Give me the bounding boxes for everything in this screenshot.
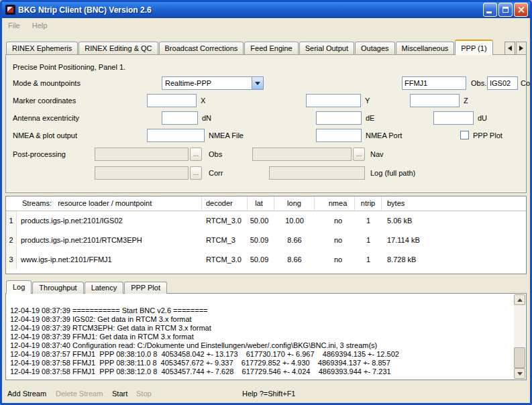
cell-ntrip: 1: [355, 250, 382, 270]
nmea-file-input[interactable]: [147, 129, 205, 142]
menu-file[interactable]: File: [2, 20, 26, 31]
post-corr-input: [95, 166, 189, 180]
ppp-plot-label: PPP Plot: [473, 129, 502, 142]
cell-lat: 50.00: [244, 211, 274, 231]
titlebar[interactable]: BKG Ntrip Client (BNC) Version 2.6: [1, 1, 531, 18]
marker-x-label: X: [201, 94, 205, 107]
tab-serial-output[interactable]: Serial Output: [299, 42, 354, 55]
header-nmea[interactable]: nmea: [321, 196, 355, 211]
cell-nmea: no: [321, 231, 355, 250]
header-ntrip[interactable]: ntrip: [355, 196, 382, 211]
tab-rinex-ephemeris[interactable]: RINEX Ephemeris: [6, 42, 78, 55]
tab-scroll-left-button[interactable]: [504, 42, 515, 55]
log-output[interactable]: 12-04-19 08:37:39 =========== Start BNC …: [6, 294, 514, 380]
header-mountpoint[interactable]: Streams: resource loader / mountpoint: [17, 196, 202, 211]
add-stream-button[interactable]: Add Stream: [7, 387, 46, 400]
cell-long: 8.66: [274, 250, 315, 270]
obs-mountpoint-input[interactable]: [402, 76, 466, 90]
tab-scroll-right-button[interactable]: [516, 42, 527, 55]
tab-latency[interactable]: Latency: [85, 282, 124, 294]
tab-rinex-editing-qc[interactable]: RINEX Editing & QC: [78, 42, 158, 55]
nmea-port-input[interactable]: [316, 129, 362, 142]
cell-lat: 50.09: [244, 231, 274, 250]
marker-coordinates-label: Marker coordinates: [13, 94, 76, 107]
log-scrollbar[interactable]: [514, 294, 525, 379]
tab-log[interactable]: Log: [6, 280, 32, 294]
panel-title: Precise Point Positioning, Panel 1.: [13, 60, 125, 74]
antenna-dn-input[interactable]: [162, 111, 198, 125]
cell-mountpoint: products.igs-ip.net:2101/RTCM3EPH: [17, 231, 202, 250]
post-obs-browse-button[interactable]: ...: [190, 148, 202, 161]
stop-button[interactable]: Stop: [136, 387, 152, 400]
post-corr-browse-button[interactable]: ...: [190, 166, 202, 180]
tab-broadcast-corrections[interactable]: Broadcast Corrections: [159, 42, 244, 55]
corr-label: Corr.: [521, 76, 532, 90]
mode-mountpoints-label: Mode & mountpoints: [13, 76, 81, 90]
maximize-button[interactable]: [498, 3, 513, 17]
menu-help[interactable]: Help: [26, 20, 54, 31]
marker-z-input[interactable]: [410, 94, 460, 107]
start-button[interactable]: Start: [112, 387, 127, 400]
corr-mountpoint-input[interactable]: [487, 76, 518, 90]
ppp-plot-checkbox[interactable]: [460, 131, 469, 139]
antenna-dn-label: dN: [202, 111, 211, 125]
table-row[interactable]: 2 products.igs-ip.net:2101/RTCM3EPH RTCM…: [6, 231, 526, 250]
action-bar: Add Stream Delete Stream Start Stop Help…: [2, 387, 530, 402]
log-panel: 12-04-19 08:37:39 =========== Start BNC …: [5, 293, 527, 380]
combo-dropdown-button[interactable]: [252, 77, 263, 89]
marker-z-label: Z: [464, 94, 468, 107]
delete-stream-button[interactable]: Delete Stream: [56, 387, 103, 400]
scroll-down-button[interactable]: [514, 368, 525, 379]
close-icon: [517, 6, 525, 13]
scrollbar-thumb[interactable]: [514, 347, 525, 367]
tab-throughput[interactable]: Throughput: [32, 282, 83, 294]
cell-mountpoint: products.igs-ip.net:2101/IGS02: [17, 211, 202, 231]
cell-nmea: no: [321, 211, 355, 231]
tab-ppp-1[interactable]: PPP (1): [455, 40, 492, 55]
scroll-up-button[interactable]: [514, 294, 525, 305]
minimize-icon: [486, 11, 492, 13]
table-row[interactable]: 1 products.igs-ip.net:2101/IGS02 RTCM_3.…: [6, 211, 526, 231]
chevron-left-icon: [508, 46, 512, 51]
post-processing-label: Post-processing: [13, 148, 66, 161]
header-lat[interactable]: lat: [244, 196, 274, 211]
mode-combobox[interactable]: Realtime-PPP: [162, 76, 264, 90]
minimize-button[interactable]: [483, 3, 497, 17]
window-title: BKG Ntrip Client (BNC) Version 2.6: [18, 5, 483, 15]
bnc-main-window: BKG Ntrip Client (BNC) Version 2.6 File …: [0, 0, 532, 405]
post-log-input: [269, 166, 365, 180]
cell-lat: 50.09: [244, 250, 274, 270]
cell-bytes: 17.114 kB: [382, 231, 526, 250]
help-shortcut-label: Help ?=Shift+F1: [242, 387, 296, 400]
tab-scroll-buttons: [504, 42, 527, 55]
antenna-du-input[interactable]: [433, 111, 474, 125]
log-line: 12-04-19 08:37:40 Configuration read: C:…: [10, 341, 511, 350]
cell-long: 8.66: [274, 231, 315, 250]
cell-decoder: RTCM_3: [202, 231, 248, 250]
antenna-de-label: dE: [366, 111, 374, 125]
streams-table-header: Streams: resource loader / mountpoint de…: [6, 196, 526, 211]
header-bytes[interactable]: bytes: [382, 196, 526, 211]
post-corr-label: Corr: [209, 166, 223, 180]
table-row[interactable]: 3 www.igs-ip.net:2101/FFMJ1 RTCM_3.0 50.…: [6, 250, 526, 270]
header-decoder[interactable]: decoder: [202, 196, 248, 211]
tab-miscellaneous[interactable]: Miscellaneous: [396, 42, 455, 55]
cell-ntrip: 1: [355, 231, 382, 250]
post-nav-browse-button[interactable]: ...: [353, 148, 365, 161]
marker-y-input[interactable]: [306, 94, 361, 107]
maximize-icon: [502, 7, 509, 13]
arrow-up-icon: [517, 298, 523, 302]
header-long[interactable]: long: [274, 196, 315, 211]
cell-bytes: 5.06 kB: [382, 211, 526, 231]
marker-y-label: Y: [365, 94, 370, 107]
log-line: 12-04-19 08:37:39 RTCM3EPH: Get data in …: [10, 324, 511, 333]
marker-x-input[interactable]: [147, 94, 197, 107]
tab-outages[interactable]: Outages: [355, 42, 395, 55]
cell-decoder: RTCM_3.0: [202, 250, 248, 270]
app-icon: [5, 5, 15, 15]
tab-ppp-plot[interactable]: PPP Plot: [124, 282, 167, 294]
tab-feed-engine[interactable]: Feed Engine: [244, 42, 298, 55]
close-button[interactable]: [514, 3, 528, 17]
antenna-de-input[interactable]: [316, 111, 362, 125]
log-line: 12-04-19 08:37:58 FFMJ1 PPP 08:38:12.0 8…: [10, 367, 511, 376]
